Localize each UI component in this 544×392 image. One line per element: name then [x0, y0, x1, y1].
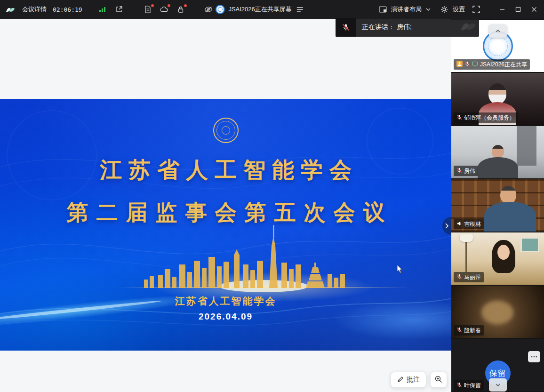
participant-label: 殷新春 [454, 325, 484, 336]
slide-title: 江苏省人工智能学会 第二届监事会第五次会议 [0, 155, 451, 227]
meeting-timer: 02:06:19 [53, 6, 82, 13]
participant-label: 叶保留 [454, 380, 484, 391]
hide-view-icon[interactable] [204, 5, 213, 14]
participant-name: 叶保留 [464, 382, 481, 390]
more-options-button[interactable] [528, 351, 540, 362]
share-toolbar: 批注 [391, 372, 447, 388]
annotate-button[interactable]: 批注 [391, 372, 426, 388]
top-toolbar: 会议详情 02:06:19 JSAI2026正在共享屏幕 [0, 0, 544, 19]
participant-figure [488, 83, 506, 104]
background-detail [520, 237, 539, 252]
participant-label: 马丽萍 [454, 272, 484, 282]
participant-label: JSAI2026正在共享 [454, 59, 530, 70]
slide-footer-org: 江苏省人工智能学会 [0, 295, 451, 308]
participant-name: 吉根林 [464, 220, 481, 228]
layout-button[interactable]: 演讲者布局 [391, 5, 422, 14]
annotate-label: 批注 [407, 376, 420, 384]
scroll-down-button[interactable] [489, 378, 507, 392]
app-logo-icon [6, 5, 15, 14]
participant-figure [484, 202, 536, 232]
sharing-status: JSAI2026正在共享屏幕 [215, 0, 304, 19]
mic-muted-icon [456, 327, 462, 334]
lock-icon[interactable] [176, 5, 185, 14]
presentation-slide: 江苏省人工智能学会 第二届监事会第五次会议 江苏省人工智能学会 2026.04.… [0, 99, 451, 351]
speaking-toast: 正在讲话： 房伟; [336, 18, 479, 37]
participant-tile[interactable]: 殷新春 [451, 286, 544, 338]
association-emblem-icon [213, 118, 239, 143]
scroll-up-button[interactable] [489, 24, 507, 38]
mic-muted-icon [336, 18, 356, 37]
layout-icon[interactable] [378, 5, 387, 14]
maximize-button[interactable] [511, 3, 525, 16]
slide-title-line2: 第二届监事会第五次会议 [0, 198, 451, 227]
network-signal-icon[interactable] [98, 5, 107, 14]
participant-name: 郁艳萍（会员服务） [464, 114, 515, 122]
participant-tile[interactable]: 马丽萍 [451, 232, 544, 285]
mic-muted-icon [456, 274, 462, 281]
participant-label: 郁艳萍（会员服务） [454, 112, 518, 123]
meeting-details-button[interactable]: 会议详情 [22, 5, 47, 14]
participant-label: 房伟 [454, 166, 478, 176]
background-detail [517, 126, 536, 166]
magnifier-plus-icon [435, 376, 442, 384]
settings-gear-icon[interactable] [440, 5, 449, 14]
slide-footer: 江苏省人工智能学会 2026.04.09 [0, 295, 451, 322]
shared-screen-area: 江苏省人工智能学会 第二届监事会第五次会议 江苏省人工智能学会 2026.04.… [0, 19, 451, 392]
share-list-icon[interactable] [296, 5, 305, 14]
participant-name: JSAI2026正在共享 [480, 61, 527, 69]
speaking-label: 正在讲话： [362, 23, 395, 31]
participants-panel: JSAI2026正在共享 郁艳萍（会员服务） [451, 19, 544, 392]
mic-muted-icon [456, 168, 462, 175]
minimize-button[interactable] [495, 3, 509, 16]
background-detail [460, 234, 473, 242]
pen-icon [397, 376, 404, 384]
cloud-icon[interactable] [160, 5, 169, 14]
participant-figure [481, 301, 513, 324]
slide-footer-date: 2026.04.09 [0, 312, 451, 322]
slide-title-line1: 江苏省人工智能学会 [0, 155, 451, 185]
participant-figure [497, 245, 510, 260]
participant-name: 马丽萍 [464, 273, 481, 281]
background-detail [465, 239, 467, 272]
toast-watermark-icon [460, 20, 476, 34]
close-button[interactable] [527, 3, 541, 16]
participant-name: 房伟 [464, 167, 475, 175]
mic-muted-icon [464, 61, 470, 68]
participant-figure [478, 157, 518, 178]
document-icon[interactable] [143, 5, 152, 14]
sharer-avatar-icon [215, 5, 224, 14]
sharing-status-text: JSAI2026正在共享屏幕 [228, 5, 291, 14]
participant-tile-active-speaker[interactable]: 房伟 [451, 126, 544, 178]
screen-share-icon [472, 61, 478, 68]
participant-figure [500, 186, 516, 204]
meeting-window: 会议详情 02:06:19 JSAI2026正在共享屏幕 [0, 0, 544, 392]
participant-name: 殷新春 [464, 327, 481, 335]
speaker-volume-icon [456, 221, 462, 228]
participant-figure [492, 145, 504, 158]
presenter-badge-icon [456, 61, 463, 68]
popout-icon[interactable] [114, 5, 124, 14]
mic-muted-icon [456, 382, 462, 389]
zoom-button[interactable] [430, 372, 447, 388]
fullscreen-icon[interactable] [472, 5, 481, 14]
speaking-names: 房伟; [397, 23, 412, 31]
chevron-down-icon[interactable] [425, 5, 431, 14]
participant-tile[interactable]: 吉根林 [451, 179, 544, 232]
mic-muted-icon [456, 114, 462, 121]
settings-button[interactable]: 设置 [453, 5, 465, 14]
skyline-silhouette [144, 225, 345, 288]
participant-tile[interactable]: 郁艳萍（会员服务） [451, 73, 544, 125]
participant-label: 吉根林 [454, 219, 484, 229]
